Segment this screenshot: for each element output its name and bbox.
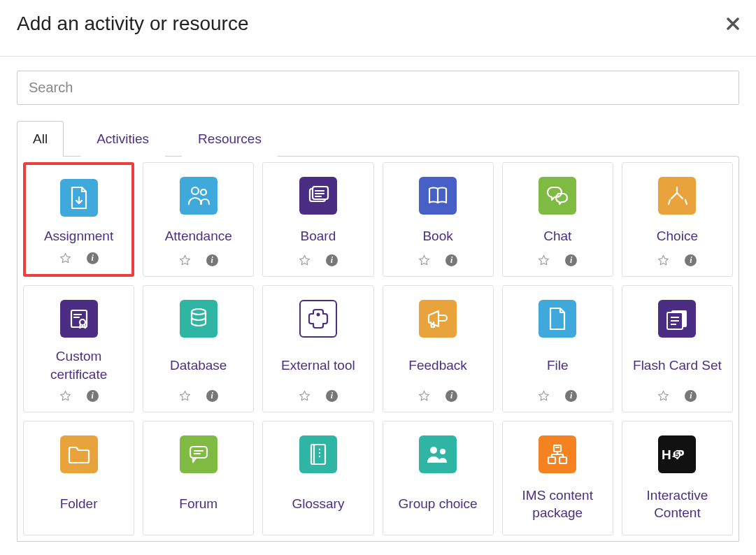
activity-card-board[interactable]: Board i (262, 162, 373, 277)
svg-point-12 (192, 309, 206, 315)
svg-rect-31 (559, 457, 566, 463)
info-icon[interactable]: i (565, 254, 577, 266)
svg-text:5: 5 (675, 450, 679, 459)
activity-card-feedback[interactable]: Feedback i (383, 285, 494, 412)
svg-point-26 (319, 456, 320, 457)
svg-rect-29 (554, 445, 561, 452)
tab-resources[interactable]: Resources (182, 121, 278, 157)
activity-card-h5p[interactable]: H-P5 Interactive Content (622, 421, 733, 535)
modal-header: Add an activity or resource (0, 0, 756, 56)
info-icon[interactable]: i (326, 390, 338, 402)
activity-card-forum[interactable]: Forum (143, 421, 254, 535)
folder-icon (60, 435, 98, 473)
card-actions: i (299, 390, 338, 402)
info-icon[interactable]: i (87, 390, 99, 402)
activity-card-certificate[interactable]: Custom certificate i (23, 285, 134, 412)
svg-point-0 (192, 187, 199, 194)
info-icon[interactable]: i (565, 390, 577, 402)
activity-card-database[interactable]: Database i (143, 285, 254, 412)
svg-rect-30 (548, 457, 555, 463)
favorite-star-icon[interactable] (538, 390, 550, 402)
groupchoice-icon (419, 435, 457, 473)
activity-label: Flash Card Set (633, 347, 722, 383)
favorite-star-icon[interactable] (657, 390, 669, 402)
tabs: All Activities Resources (17, 120, 739, 156)
activity-card-flashcard[interactable]: Flash Card Set i (622, 285, 733, 412)
info-icon[interactable]: i (445, 390, 457, 402)
favorite-star-icon[interactable] (538, 254, 550, 266)
svg-rect-19 (190, 447, 207, 458)
activity-card-assignment[interactable]: Assignment i (23, 162, 134, 277)
activity-card-glossary[interactable]: Glossary (262, 421, 373, 535)
favorite-star-icon[interactable] (299, 254, 311, 266)
info-icon[interactable]: i (445, 254, 457, 266)
info-icon[interactable]: i (326, 254, 338, 266)
info-icon[interactable]: i (206, 254, 218, 266)
svg-point-24 (319, 449, 320, 450)
svg-point-1 (201, 189, 206, 195)
close-button[interactable] (727, 17, 739, 30)
activity-label: File (547, 347, 569, 383)
svg-point-28 (440, 449, 445, 454)
tab-all[interactable]: All (17, 121, 64, 157)
ims-icon (539, 435, 576, 473)
activity-card-externaltool[interactable]: External tool i (262, 285, 373, 412)
favorite-star-icon[interactable] (179, 254, 191, 266)
activity-card-ims[interactable]: IMS content package (502, 421, 613, 535)
favorite-star-icon[interactable] (179, 390, 191, 402)
favorite-star-icon[interactable] (299, 390, 311, 402)
close-icon (727, 17, 739, 30)
card-actions: i (538, 254, 577, 266)
card-actions: i (418, 254, 457, 266)
externaltool-icon (299, 300, 337, 338)
activity-label: Book (422, 224, 452, 247)
info-icon[interactable]: i (87, 252, 99, 264)
card-actions: i (179, 254, 218, 266)
svg-point-25 (319, 452, 320, 454)
activity-label: Glossary (292, 483, 344, 525)
info-icon[interactable]: i (685, 390, 697, 402)
attendance-icon (180, 177, 217, 215)
favorite-star-icon[interactable] (59, 390, 71, 402)
certificate-icon (60, 300, 98, 338)
activity-card-book[interactable]: Book i (383, 162, 494, 277)
card-actions: i (657, 254, 697, 266)
tab-activities[interactable]: Activities (80, 121, 165, 157)
activity-label: IMS content package (507, 483, 608, 525)
activity-label: Group choice (399, 483, 478, 525)
card-actions: i (418, 390, 457, 402)
database-icon (180, 300, 217, 338)
activity-card-attendance[interactable]: Attendance i (143, 162, 254, 277)
activity-card-groupchoice[interactable]: Group choice (383, 421, 494, 535)
card-actions: i (538, 390, 577, 402)
card-actions: i (657, 390, 697, 402)
activity-card-chat[interactable]: Chat i (502, 162, 613, 277)
favorite-star-icon[interactable] (418, 254, 430, 266)
activity-label: Feedback (408, 347, 466, 383)
activity-label: Custom certificate (28, 347, 129, 383)
book-icon (419, 177, 457, 215)
activity-grid-container: Assignment i Attendance i Board i Book (17, 156, 739, 542)
card-actions: i (59, 390, 99, 402)
search-input[interactable] (17, 71, 739, 105)
favorite-star-icon[interactable] (657, 254, 669, 266)
file-icon (539, 300, 576, 338)
activity-label: Assignment (44, 226, 113, 245)
activity-card-file[interactable]: File i (502, 285, 613, 412)
svg-point-27 (430, 447, 437, 454)
card-actions: i (179, 390, 218, 402)
modal-title: Add an activity or resource (17, 13, 249, 35)
activity-label: Attendance (165, 224, 232, 247)
info-icon[interactable]: i (206, 390, 218, 402)
activity-label: Forum (179, 483, 217, 525)
favorite-star-icon[interactable] (418, 390, 430, 402)
activity-label: Board (301, 224, 336, 247)
favorite-star-icon[interactable] (59, 252, 71, 264)
activity-card-choice[interactable]: Choice i (622, 162, 733, 277)
activity-grid: Assignment i Attendance i Board i Book (17, 157, 739, 541)
info-icon[interactable]: i (685, 254, 697, 266)
activity-label: Interactive Content (627, 483, 728, 525)
choice-icon (658, 177, 696, 215)
chat-icon (539, 177, 576, 215)
activity-card-folder[interactable]: Folder (23, 421, 134, 535)
